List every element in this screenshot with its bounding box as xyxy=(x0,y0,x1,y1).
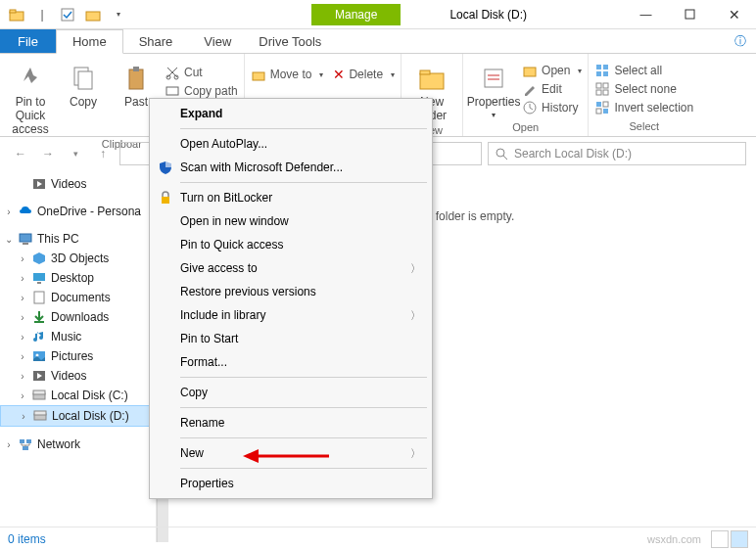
navigation-pane[interactable]: Videos ›OneDrive - Persona ⌄This PC ›3D … xyxy=(0,170,157,542)
properties-button[interactable]: Properties ▾ xyxy=(469,60,518,119)
status-item-count: 0 items xyxy=(8,532,46,546)
sidebar-item-desktop[interactable]: ›Desktop xyxy=(0,268,156,288)
svg-rect-43 xyxy=(34,411,46,415)
drive-tools-tab[interactable]: Drive Tools xyxy=(247,29,333,53)
sidebar-item-3d-objects[interactable]: ›3D Objects xyxy=(0,249,156,268)
open-button[interactable]: Open▾ xyxy=(522,62,582,79)
open-icon xyxy=(522,63,538,78)
pin-label: Pin to Quick access xyxy=(6,95,55,136)
pin-icon xyxy=(16,64,45,93)
explorer-icon[interactable] xyxy=(6,4,27,25)
select-all-button[interactable]: Select all xyxy=(594,62,693,79)
recent-dropdown[interactable]: ▾ xyxy=(65,143,86,164)
delete-icon: ✕ xyxy=(333,67,345,82)
delete-button[interactable]: ✕Delete▾ xyxy=(333,66,395,83)
ctx-properties[interactable]: Properties xyxy=(153,472,429,495)
drive-icon xyxy=(31,388,47,403)
qat-check[interactable] xyxy=(57,4,78,25)
view-tab[interactable]: View xyxy=(188,29,247,53)
ctx-format[interactable]: Format... xyxy=(153,350,429,374)
invert-icon xyxy=(594,100,610,115)
back-button[interactable]: ← xyxy=(10,143,31,164)
sidebar-item-documents[interactable]: ›Documents xyxy=(0,288,156,307)
paste-label: Past xyxy=(124,95,148,109)
svg-rect-2 xyxy=(62,9,73,21)
forward-button[interactable]: → xyxy=(37,143,59,164)
paste-icon xyxy=(121,64,151,93)
copy-icon xyxy=(69,64,98,93)
move-to-button[interactable]: Move to▾ xyxy=(251,66,324,83)
ctx-expand[interactable]: Expand xyxy=(153,102,429,125)
ctx-restore[interactable]: Restore previous versions xyxy=(153,280,429,303)
pc-icon xyxy=(18,231,33,247)
svg-rect-29 xyxy=(596,109,601,114)
annotation-arrow xyxy=(243,446,331,466)
details-view-button[interactable] xyxy=(711,530,729,548)
desktop-icon xyxy=(31,270,47,286)
qat-divider: | xyxy=(31,4,53,25)
sidebar-item-pictures[interactable]: ›Pictures xyxy=(0,346,156,366)
search-box[interactable]: Search Local Disk (D:) xyxy=(488,142,746,165)
sidebar-item-local-c[interactable]: ›Local Disk (C:) xyxy=(0,386,156,405)
svg-rect-23 xyxy=(603,83,608,88)
drive-icon xyxy=(32,408,48,424)
maximize-button[interactable] xyxy=(668,0,712,29)
copy-path-icon xyxy=(165,83,180,99)
sidebar-item-this-pc[interactable]: ⌄This PC xyxy=(0,229,156,249)
ctx-rename[interactable]: Rename xyxy=(153,411,429,435)
svg-rect-19 xyxy=(603,65,608,69)
sidebar-item-music[interactable]: ›Music xyxy=(0,327,156,346)
ctx-pin-start[interactable]: Pin to Start xyxy=(153,327,429,350)
minimize-button[interactable]: — xyxy=(624,0,668,29)
sidebar-item-downloads[interactable]: ›Downloads xyxy=(0,307,156,327)
cut-button[interactable]: Cut xyxy=(165,64,238,81)
sidebar-item-videos2[interactable]: ›Videos xyxy=(0,366,156,386)
ctx-defender[interactable]: Scan with Microsoft Defender... xyxy=(153,156,429,179)
ctx-bitlocker[interactable]: Turn on BitLocker xyxy=(153,186,429,209)
new-folder-icon xyxy=(417,64,447,93)
ctx-pin-quick[interactable]: Pin to Quick access xyxy=(153,233,429,256)
ctx-autoplay[interactable]: Open AutoPlay... xyxy=(153,132,429,156)
svg-rect-14 xyxy=(420,70,430,74)
ctx-copy[interactable]: Copy xyxy=(153,381,429,404)
search-icon xyxy=(495,147,508,160)
qat-folder[interactable] xyxy=(82,4,104,25)
file-tab[interactable]: File xyxy=(0,29,56,53)
select-none-icon xyxy=(594,81,610,97)
sidebar-item-onedrive[interactable]: ›OneDrive - Persona xyxy=(0,202,156,221)
select-group-label: Select xyxy=(594,118,693,134)
ctx-include-library[interactable]: Include in library〉 xyxy=(153,303,429,327)
invert-selection-button[interactable]: Invert selection xyxy=(594,99,693,116)
large-icons-view-button[interactable] xyxy=(731,530,748,548)
manage-contextual-tab[interactable]: Manage xyxy=(311,4,401,25)
select-none-button[interactable]: Select none xyxy=(594,80,693,98)
pin-to-quick-access-button[interactable]: Pin to Quick access xyxy=(6,60,55,136)
share-tab[interactable]: Share xyxy=(123,29,189,53)
svg-rect-48 xyxy=(162,197,169,204)
submenu-icon: 〉 xyxy=(410,261,421,276)
svg-rect-47 xyxy=(165,161,171,167)
watermark: wsxdn.com xyxy=(647,533,701,545)
svg-rect-33 xyxy=(23,243,28,245)
svg-rect-25 xyxy=(603,90,608,95)
open-group-label: Open xyxy=(469,119,582,135)
up-button[interactable]: ↑ xyxy=(92,143,114,164)
svg-rect-11 xyxy=(166,87,178,95)
sidebar-item-network[interactable]: ›Network xyxy=(0,435,156,454)
edit-button[interactable]: Edit xyxy=(522,80,582,98)
ctx-new-window[interactable]: Open in new window xyxy=(153,209,429,233)
svg-rect-45 xyxy=(26,439,31,443)
help-button[interactable]: ⓘ xyxy=(725,29,756,53)
sidebar-item-local-d[interactable]: ›Local Disk (D:) xyxy=(0,405,156,427)
sidebar-item-videos[interactable]: Videos xyxy=(0,174,156,194)
copy-button[interactable]: Copy xyxy=(59,60,108,109)
history-button[interactable]: History xyxy=(522,99,582,116)
home-tab[interactable]: Home xyxy=(56,29,123,54)
svg-rect-27 xyxy=(603,109,608,114)
properties-icon xyxy=(479,64,508,93)
ctx-give-access[interactable]: Give access to〉 xyxy=(153,256,429,280)
close-button[interactable]: ✕ xyxy=(712,0,756,29)
copy-label: Copy xyxy=(70,95,97,109)
cloud-icon xyxy=(18,204,33,219)
qat-overflow[interactable]: ▾ xyxy=(108,4,129,25)
